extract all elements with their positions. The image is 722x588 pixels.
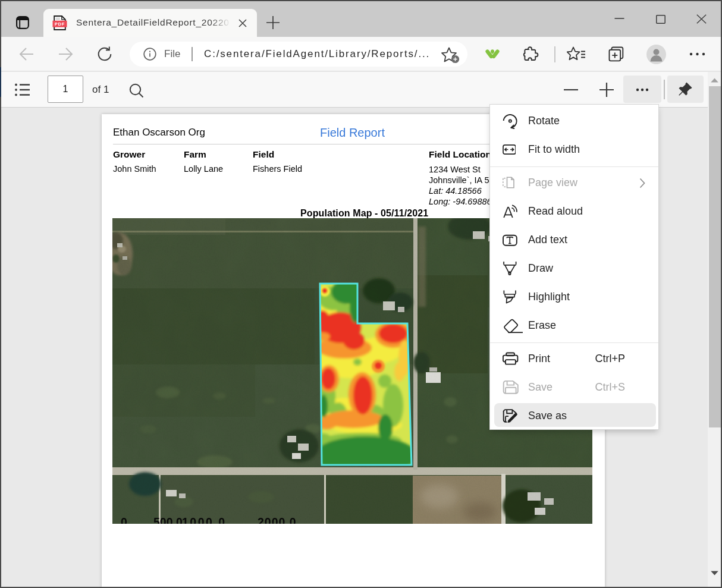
svg-text:PDF: PDF (55, 21, 65, 27)
svg-text:500.0: 500.0 (153, 515, 183, 524)
svg-text:0: 0 (121, 515, 127, 524)
svg-text:1000.0: 1000.0 (182, 515, 227, 524)
svg-text:2000.0: 2000.0 (258, 515, 297, 524)
